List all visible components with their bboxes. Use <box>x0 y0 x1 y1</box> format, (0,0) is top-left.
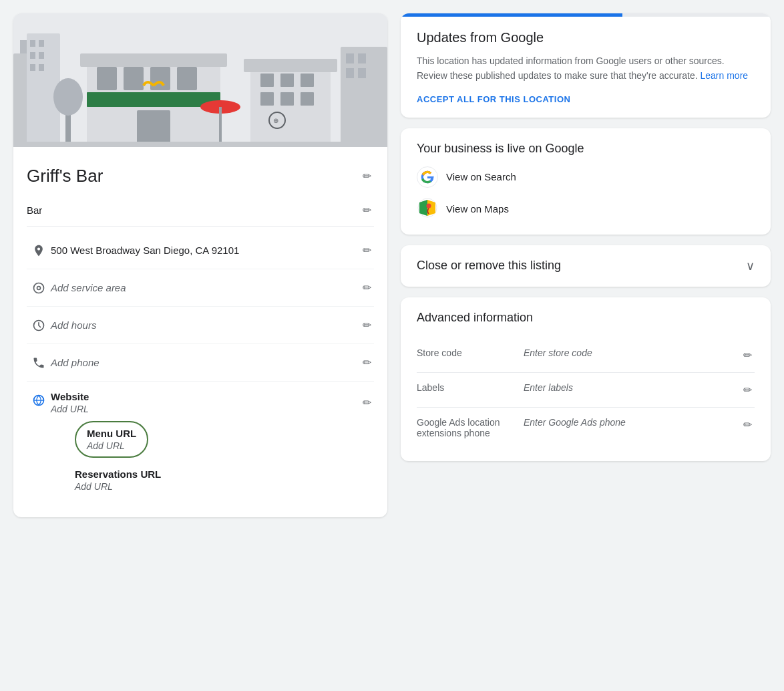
website-sublabel: Add URL <box>51 404 360 414</box>
svg-rect-35 <box>346 68 354 78</box>
location-icon <box>27 244 51 257</box>
edit-address-icon[interactable] <box>360 241 374 259</box>
hours-row: Add hours <box>27 307 374 344</box>
business-info-section: Griff's Bar Bar 500 West <box>13 147 387 517</box>
updates-title: Updates from Google <box>417 30 755 45</box>
menu-url-container: Menu URL Add URL <box>75 421 360 462</box>
google-g-icon <box>417 166 438 188</box>
svg-rect-4 <box>30 40 35 47</box>
reservations-url-sublabel: Add URL <box>75 481 360 492</box>
svg-rect-19 <box>137 110 170 147</box>
address-value: 500 West Broadway San Diego, CA 92101 <box>51 245 239 256</box>
live-links: View on Search View <box>417 166 755 221</box>
updates-card: Updates from Google This location has up… <box>401 13 771 118</box>
right-panel: Updates from Google This location has up… <box>401 13 771 517</box>
svg-rect-29 <box>301 92 314 106</box>
svg-rect-16 <box>150 67 170 90</box>
svg-rect-17 <box>177 67 197 90</box>
edit-category-icon[interactable] <box>360 201 374 219</box>
menu-url-highlight: Menu URL Add URL <box>75 421 148 458</box>
close-listing-section[interactable]: Close or remove this listing ∨ <box>401 245 771 287</box>
accept-all-button[interactable]: ACCEPT ALL FOR THIS LOCATION <box>417 94 755 104</box>
updates-content: Updates from Google This location has up… <box>401 17 771 118</box>
store-code-row: Store code Enter store code <box>417 338 755 373</box>
chevron-down-icon: ∨ <box>746 259 755 273</box>
clock-icon <box>27 319 51 332</box>
phone-row: Add phone <box>27 344 374 382</box>
edit-store-code-icon[interactable] <box>741 348 755 363</box>
view-on-maps-link[interactable]: View on Maps <box>417 197 755 221</box>
svg-rect-8 <box>30 64 35 71</box>
url-items: Menu URL Add URL Reservations URL Add UR… <box>51 421 360 492</box>
business-profile-panel: ⊕ Griff's Bar Bar <box>13 13 387 517</box>
google-ads-value: Enter Google Ads phone <box>524 417 741 428</box>
google-ads-row: Google Ads location extensions phone Ent… <box>417 408 755 448</box>
edit-phone-icon[interactable] <box>360 354 374 372</box>
live-title: Your business is live on Google <box>417 142 755 156</box>
phone-content: Add phone <box>51 357 360 369</box>
info-rows: 500 West Broadway San Diego, CA 92101 Ad… <box>27 227 374 507</box>
business-name-row: Griff's Bar <box>27 158 374 194</box>
svg-point-39 <box>37 286 41 289</box>
svg-rect-25 <box>280 74 294 87</box>
svg-rect-15 <box>124 67 144 90</box>
hours-content: Add hours <box>51 319 360 331</box>
svg-rect-28 <box>280 92 294 106</box>
hours-label: Add hours <box>51 319 96 331</box>
google-ads-label: Google Ads location extensions phone <box>417 417 524 438</box>
svg-rect-18 <box>87 92 220 107</box>
address-content: 500 West Broadway San Diego, CA 92101 <box>51 245 360 257</box>
phone-icon <box>27 356 51 370</box>
svg-rect-34 <box>358 53 366 63</box>
live-section: Your business is live on Google View on … <box>401 128 771 235</box>
svg-rect-33 <box>346 53 354 63</box>
reservations-url-label: Reservations URL <box>75 468 360 480</box>
website-label: Website <box>51 391 360 402</box>
edit-name-icon[interactable] <box>360 167 374 185</box>
svg-rect-36 <box>358 68 366 78</box>
view-search-text: View on Search <box>446 171 516 182</box>
svg-rect-27 <box>260 92 274 106</box>
business-name: Griff's Bar <box>27 166 103 186</box>
website-content: Website Add URL Menu URL Add URL <box>51 391 360 492</box>
store-code-label: Store code <box>417 348 524 358</box>
view-maps-text: View on Maps <box>446 203 509 215</box>
svg-point-38 <box>34 283 44 293</box>
business-category-row: Bar <box>27 194 374 227</box>
learn-more-link[interactable]: Learn more <box>700 70 748 81</box>
edit-google-ads-icon[interactable] <box>741 417 755 432</box>
edit-website-icon[interactable] <box>360 394 374 412</box>
view-on-search-link[interactable]: View on Search <box>417 166 755 188</box>
business-illustration: ⊕ <box>13 13 387 147</box>
address-row: 500 West Broadway San Diego, CA 92101 <box>27 232 374 269</box>
labels-value: Enter labels <box>524 382 741 393</box>
service-area-icon <box>27 281 51 295</box>
svg-rect-5 <box>39 40 44 47</box>
store-code-value: Enter store code <box>524 348 741 358</box>
business-category: Bar <box>27 204 42 216</box>
phone-label: Add phone <box>51 357 100 368</box>
website-row: Website Add URL Menu URL Add URL <box>27 382 374 501</box>
svg-rect-13 <box>80 53 227 67</box>
edit-labels-icon[interactable] <box>741 382 755 398</box>
svg-rect-9 <box>39 64 44 71</box>
advanced-title: Advanced information <box>417 311 755 325</box>
svg-point-11 <box>53 78 83 116</box>
svg-rect-26 <box>301 74 314 87</box>
maps-icon <box>417 197 438 221</box>
advanced-section: Advanced information Store code Enter st… <box>401 297 771 461</box>
reservations-url-container: Reservations URL Add URL <box>75 468 360 492</box>
edit-hours-icon[interactable] <box>360 316 374 334</box>
labels-label: Labels <box>417 382 524 393</box>
svg-text:⊕: ⊕ <box>273 117 278 124</box>
svg-rect-24 <box>260 74 274 87</box>
svg-rect-21 <box>219 107 222 147</box>
service-area-content: Add service area <box>51 282 360 294</box>
menu-url-sublabel: Add URL <box>87 440 136 451</box>
menu-url-label: Menu URL <box>87 428 136 439</box>
edit-service-area-icon[interactable] <box>360 279 374 297</box>
svg-rect-14 <box>97 67 117 90</box>
svg-point-44 <box>427 203 431 208</box>
updates-description: This location has updated information fr… <box>417 53 755 84</box>
close-listing-title: Close or remove this listing <box>417 259 561 273</box>
